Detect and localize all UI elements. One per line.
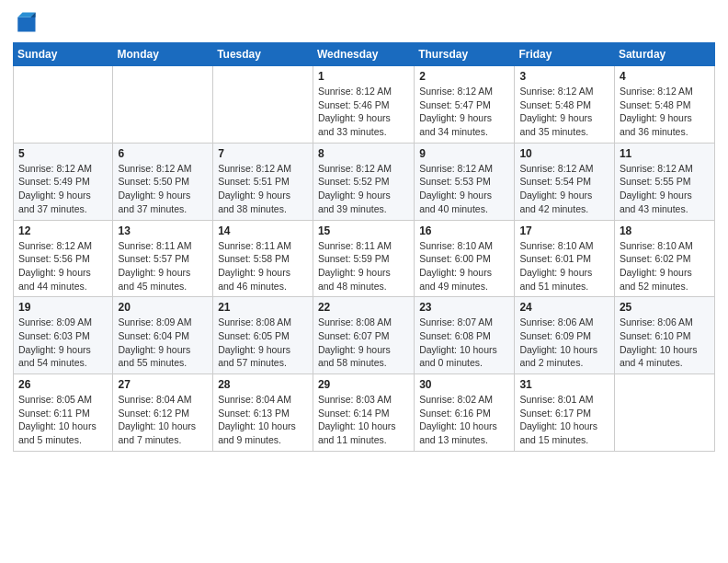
- day-info: Sunrise: 8:12 AMSunset: 5:48 PMDaylight:…: [620, 85, 710, 139]
- day-info: Sunrise: 8:08 AMSunset: 6:07 PMDaylight:…: [318, 316, 409, 370]
- week-row-3: 12Sunrise: 8:12 AMSunset: 5:56 PMDayligh…: [14, 220, 715, 297]
- calendar-cell: 15Sunrise: 8:11 AMSunset: 5:59 PMDayligh…: [313, 220, 414, 297]
- calendar-cell: 28Sunrise: 8:04 AMSunset: 6:13 PMDayligh…: [213, 374, 313, 452]
- day-number: 14: [218, 224, 308, 237]
- weekday-header-row: SundayMondayTuesdayWednesdayThursdayFrid…: [14, 43, 715, 66]
- day-info: Sunrise: 8:04 AMSunset: 6:12 PMDaylight:…: [118, 393, 208, 447]
- header: [13, 9, 715, 35]
- day-number: 24: [519, 301, 609, 314]
- calendar-cell: 10Sunrise: 8:12 AMSunset: 5:54 PMDayligh…: [515, 143, 614, 220]
- day-info: Sunrise: 8:03 AMSunset: 6:14 PMDaylight:…: [318, 393, 409, 447]
- day-number: 4: [620, 70, 710, 83]
- day-number: 2: [419, 70, 509, 83]
- day-info: Sunrise: 8:08 AMSunset: 6:05 PMDaylight:…: [218, 316, 308, 370]
- day-number: 26: [18, 378, 108, 391]
- calendar-cell: 24Sunrise: 8:06 AMSunset: 6:09 PMDayligh…: [515, 297, 614, 374]
- day-number: 10: [519, 147, 609, 160]
- day-info: Sunrise: 8:01 AMSunset: 6:17 PMDaylight:…: [519, 393, 609, 447]
- weekday-header-tuesday: Tuesday: [213, 43, 313, 66]
- weekday-header-thursday: Thursday: [415, 43, 515, 66]
- calendar-cell: 11Sunrise: 8:12 AMSunset: 5:55 PMDayligh…: [614, 143, 714, 220]
- week-row-5: 26Sunrise: 8:05 AMSunset: 6:11 PMDayligh…: [14, 374, 715, 452]
- day-number: 11: [620, 147, 710, 160]
- calendar-cell: 13Sunrise: 8:11 AMSunset: 5:57 PMDayligh…: [113, 220, 213, 297]
- day-number: 8: [318, 147, 409, 160]
- calendar-cell: 16Sunrise: 8:10 AMSunset: 6:00 PMDayligh…: [415, 220, 515, 297]
- calendar-cell: [113, 66, 213, 144]
- calendar-cell: [213, 66, 313, 144]
- calendar-cell: 3Sunrise: 8:12 AMSunset: 5:48 PMDaylight…: [515, 66, 614, 144]
- calendar-cell: 27Sunrise: 8:04 AMSunset: 6:12 PMDayligh…: [113, 374, 213, 452]
- day-number: 16: [419, 224, 509, 237]
- day-number: 21: [218, 301, 308, 314]
- day-number: 28: [218, 378, 308, 391]
- weekday-header-sunday: Sunday: [14, 43, 113, 66]
- calendar-cell: 12Sunrise: 8:12 AMSunset: 5:56 PMDayligh…: [14, 220, 113, 297]
- day-info: Sunrise: 8:12 AMSunset: 5:51 PMDaylight:…: [218, 162, 308, 216]
- calendar-cell: [14, 66, 113, 144]
- calendar-cell: 29Sunrise: 8:03 AMSunset: 6:14 PMDayligh…: [313, 374, 414, 452]
- calendar-cell: 23Sunrise: 8:07 AMSunset: 6:08 PMDayligh…: [415, 297, 515, 374]
- day-number: 22: [318, 301, 409, 314]
- calendar-cell: 6Sunrise: 8:12 AMSunset: 5:50 PMDaylight…: [113, 143, 213, 220]
- day-number: 5: [18, 147, 108, 160]
- day-info: Sunrise: 8:07 AMSunset: 6:08 PMDaylight:…: [419, 316, 509, 370]
- weekday-header-monday: Monday: [113, 43, 213, 66]
- week-row-1: 1Sunrise: 8:12 AMSunset: 5:46 PMDaylight…: [14, 66, 715, 144]
- day-info: Sunrise: 8:10 AMSunset: 6:02 PMDaylight:…: [620, 239, 710, 293]
- day-number: 19: [18, 301, 108, 314]
- day-info: Sunrise: 8:04 AMSunset: 6:13 PMDaylight:…: [218, 393, 308, 447]
- day-number: 13: [118, 224, 208, 237]
- day-number: 15: [318, 224, 409, 237]
- day-info: Sunrise: 8:12 AMSunset: 5:56 PMDaylight:…: [18, 239, 108, 293]
- calendar-cell: 22Sunrise: 8:08 AMSunset: 6:07 PMDayligh…: [313, 297, 414, 374]
- day-number: 29: [318, 378, 409, 391]
- calendar-cell: 4Sunrise: 8:12 AMSunset: 5:48 PMDaylight…: [614, 66, 714, 144]
- calendar-cell: [614, 374, 714, 452]
- day-number: 31: [519, 378, 609, 391]
- calendar-table: SundayMondayTuesdayWednesdayThursdayFrid…: [13, 42, 715, 452]
- day-info: Sunrise: 8:12 AMSunset: 5:47 PMDaylight:…: [419, 85, 509, 139]
- day-number: 25: [620, 301, 710, 314]
- day-number: 27: [118, 378, 208, 391]
- calendar-cell: 25Sunrise: 8:06 AMSunset: 6:10 PMDayligh…: [614, 297, 714, 374]
- day-info: Sunrise: 8:10 AMSunset: 6:01 PMDaylight:…: [519, 239, 609, 293]
- day-info: Sunrise: 8:12 AMSunset: 5:55 PMDaylight:…: [620, 162, 710, 216]
- page: SundayMondayTuesdayWednesdayThursdayFrid…: [0, 0, 728, 563]
- day-info: Sunrise: 8:09 AMSunset: 6:03 PMDaylight:…: [18, 316, 108, 370]
- day-info: Sunrise: 8:11 AMSunset: 5:58 PMDaylight:…: [218, 239, 308, 293]
- day-number: 7: [218, 147, 308, 160]
- calendar-cell: 2Sunrise: 8:12 AMSunset: 5:47 PMDaylight…: [415, 66, 515, 144]
- calendar-cell: 30Sunrise: 8:02 AMSunset: 6:16 PMDayligh…: [415, 374, 515, 452]
- day-info: Sunrise: 8:12 AMSunset: 5:49 PMDaylight:…: [18, 162, 108, 216]
- day-info: Sunrise: 8:12 AMSunset: 5:52 PMDaylight:…: [318, 162, 409, 216]
- calendar-cell: 17Sunrise: 8:10 AMSunset: 6:01 PMDayligh…: [515, 220, 614, 297]
- day-info: Sunrise: 8:06 AMSunset: 6:10 PMDaylight:…: [620, 316, 710, 370]
- day-number: 20: [118, 301, 208, 314]
- day-info: Sunrise: 8:02 AMSunset: 6:16 PMDaylight:…: [419, 393, 509, 447]
- day-info: Sunrise: 8:05 AMSunset: 6:11 PMDaylight:…: [18, 393, 108, 447]
- calendar-cell: 5Sunrise: 8:12 AMSunset: 5:49 PMDaylight…: [14, 143, 113, 220]
- calendar-cell: 31Sunrise: 8:01 AMSunset: 6:17 PMDayligh…: [515, 374, 614, 452]
- calendar-cell: 7Sunrise: 8:12 AMSunset: 5:51 PMDaylight…: [213, 143, 313, 220]
- weekday-header-wednesday: Wednesday: [313, 43, 414, 66]
- calendar-cell: 26Sunrise: 8:05 AMSunset: 6:11 PMDayligh…: [14, 374, 113, 452]
- day-info: Sunrise: 8:12 AMSunset: 5:50 PMDaylight:…: [118, 162, 208, 216]
- day-info: Sunrise: 8:12 AMSunset: 5:46 PMDaylight:…: [318, 85, 409, 139]
- day-number: 3: [519, 70, 609, 83]
- day-info: Sunrise: 8:12 AMSunset: 5:48 PMDaylight:…: [519, 85, 609, 139]
- day-number: 30: [419, 378, 509, 391]
- calendar-cell: 20Sunrise: 8:09 AMSunset: 6:04 PMDayligh…: [113, 297, 213, 374]
- day-info: Sunrise: 8:11 AMSunset: 5:57 PMDaylight:…: [118, 239, 208, 293]
- day-info: Sunrise: 8:09 AMSunset: 6:04 PMDaylight:…: [118, 316, 208, 370]
- day-info: Sunrise: 8:06 AMSunset: 6:09 PMDaylight:…: [519, 316, 609, 370]
- day-number: 6: [118, 147, 208, 160]
- day-info: Sunrise: 8:10 AMSunset: 6:00 PMDaylight:…: [419, 239, 509, 293]
- calendar-cell: 14Sunrise: 8:11 AMSunset: 5:58 PMDayligh…: [213, 220, 313, 297]
- day-number: 12: [18, 224, 108, 237]
- logo: [13, 9, 42, 35]
- calendar-cell: 1Sunrise: 8:12 AMSunset: 5:46 PMDaylight…: [313, 66, 414, 144]
- calendar-cell: 8Sunrise: 8:12 AMSunset: 5:52 PMDaylight…: [313, 143, 414, 220]
- day-number: 17: [519, 224, 609, 237]
- calendar-cell: 18Sunrise: 8:10 AMSunset: 6:02 PMDayligh…: [614, 220, 714, 297]
